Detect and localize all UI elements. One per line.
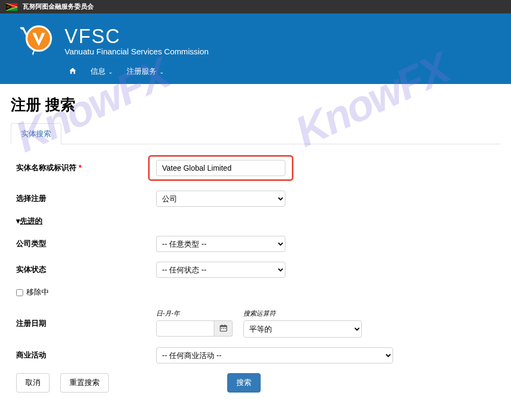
select-registration-label: 选择注册 bbox=[16, 194, 156, 204]
nav-info-label: 信息 bbox=[90, 67, 106, 76]
tabs: 实体搜索 bbox=[11, 123, 500, 144]
entity-name-label: 实体名称或标识符 * bbox=[16, 163, 156, 173]
reg-date-input[interactable] bbox=[156, 320, 214, 337]
home-icon bbox=[69, 67, 76, 76]
removing-checkbox[interactable] bbox=[16, 289, 23, 296]
nav: 信息 ⌄ 注册服务 ⌄ bbox=[65, 65, 495, 84]
svg-rect-14 bbox=[225, 328, 226, 329]
operator-label: 搜索运算符 bbox=[243, 309, 362, 318]
header: VFSC Vanuatu Financial Services Commissi… bbox=[0, 13, 511, 84]
header-subtitle: Vanuatu Financial Services Commission bbox=[65, 47, 495, 56]
nav-home[interactable] bbox=[65, 65, 81, 79]
svg-point-7 bbox=[27, 27, 50, 50]
entity-status-label: 实体状态 bbox=[16, 265, 156, 275]
business-activity-select[interactable]: -- 任何商业活动 -- bbox=[156, 347, 393, 363]
chevron-down-icon: ⌄ bbox=[159, 69, 164, 75]
org-name: 瓦努阿图金融服务委员会 bbox=[23, 2, 94, 11]
company-type-label: 公司类型 bbox=[16, 239, 156, 249]
svg-rect-11 bbox=[224, 324, 225, 326]
flag-icon bbox=[5, 3, 18, 11]
removing-label: 移除中 bbox=[26, 288, 49, 297]
company-type-select[interactable]: -- 任意类型 -- bbox=[156, 236, 285, 252]
svg-rect-9 bbox=[220, 325, 226, 327]
calendar-button[interactable] bbox=[214, 320, 233, 337]
date-format-label: 日-月-年 bbox=[156, 309, 233, 318]
chevron-down-icon: ⌄ bbox=[108, 69, 113, 75]
tab-entity-search[interactable]: 实体搜索 bbox=[11, 123, 61, 144]
search-button[interactable]: 搜索 bbox=[227, 373, 261, 393]
calendar-icon bbox=[220, 324, 227, 333]
top-bar: 瓦努阿图金融服务委员会 bbox=[0, 0, 511, 13]
nav-register-services[interactable]: 注册服务 ⌄ bbox=[122, 65, 168, 79]
cancel-button[interactable]: 取消 bbox=[16, 373, 50, 393]
operator-select[interactable]: 平等的 bbox=[243, 320, 362, 338]
entity-status-select[interactable]: -- 任何状态 -- bbox=[156, 262, 285, 278]
business-activity-label: 商业活动 bbox=[16, 351, 156, 360]
entity-name-input[interactable] bbox=[156, 160, 285, 176]
logo bbox=[16, 22, 54, 59]
header-title: VFSC bbox=[65, 25, 495, 48]
nav-register-services-label: 注册服务 bbox=[127, 67, 157, 76]
svg-rect-12 bbox=[221, 328, 222, 329]
svg-rect-13 bbox=[223, 328, 224, 329]
page-title: 注册 搜索 bbox=[11, 95, 500, 115]
highlight-annotation bbox=[148, 155, 293, 181]
select-registration[interactable]: 公司 bbox=[156, 191, 285, 207]
nav-info[interactable]: 信息 ⌄ bbox=[86, 65, 117, 79]
reg-date-label: 注册日期 bbox=[16, 319, 156, 328]
reset-button[interactable]: 重置搜索 bbox=[60, 373, 109, 393]
svg-rect-10 bbox=[221, 324, 222, 326]
advanced-toggle[interactable]: 先进的 bbox=[16, 216, 495, 226]
